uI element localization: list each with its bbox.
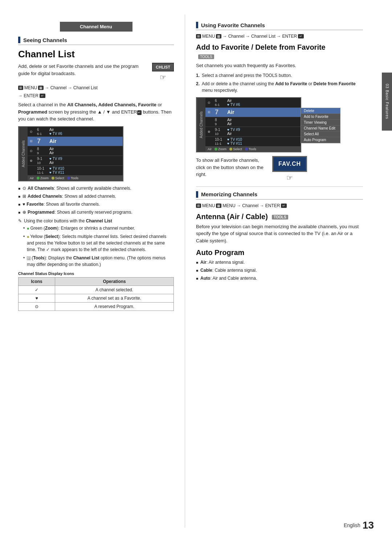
auto-program-list: Air: Air antenna signal. Cable: Cable an… (196, 259, 363, 282)
auto-item-3: Auto: Air and Cable antenna. (196, 275, 363, 282)
auto-item-1: Air: Air antenna signal. (196, 259, 363, 266)
fav-num-4: 9-110 (215, 128, 225, 136)
ch-sidebar: Added Channels (19, 127, 28, 181)
fav-screen-mockup: Added Channels ⊙ 66-1 Air♥ TV #6 ⊞ 7 Air (196, 97, 301, 152)
menu-icon: ⊞ (18, 86, 23, 90)
enter-icon: ↵ (40, 94, 45, 98)
fav-name-2: Air (227, 109, 298, 115)
divider-1 (196, 186, 363, 187)
antenna-tools-badge: TOOLS (272, 215, 288, 219)
menu-path-3: → ENTER ↵ (18, 93, 174, 98)
ch-icon-3: ⊙ (30, 149, 35, 153)
bullet-list: ⊙ All Channels: Shows all currently avai… (18, 185, 174, 215)
ctx-name-edit[interactable]: Channel Name Edit (301, 126, 340, 131)
steps-list: 1. Select a channel and press the TOOLS … (196, 72, 363, 94)
tools-badge: TOOLS (198, 54, 214, 59)
menu-path-text: MENU (24, 85, 37, 90)
step-text-1: Select a channel and press the TOOLS but… (202, 72, 292, 79)
fav-num-2: 7 (215, 108, 225, 116)
table-cell-icon-3: ⊙ (19, 302, 55, 311)
channel-list-title: Channel List (18, 49, 174, 60)
ch-row-4: ⊕ 9-110 ♥ TV #9Air (28, 156, 123, 166)
ctx-timer[interactable]: Timer Viewing (301, 120, 340, 126)
fav-note: To show all Favorite channels, click on … (196, 157, 269, 178)
step-2: 2. Add or delete a the channel using the… (196, 81, 363, 94)
fav-icon-1: ⊙ (208, 101, 213, 104)
ch-row-2: ⊞ 7 Air (28, 137, 123, 146)
fav-ch-footer: Air Zoom Select Tools (205, 147, 301, 152)
chlist-area: Add, delete or set Favorite channels and… (18, 63, 174, 82)
bullet-item-3: ♥ Favorite: Shows all favorite channels. (18, 201, 174, 208)
footer-air: Air (30, 176, 34, 180)
fav-num-5: 10-111-1 (215, 137, 225, 145)
menu-path-3-text: → ENTER (18, 93, 38, 98)
menu-path-2: → Channel → Channel List (45, 85, 97, 90)
note-item-2: ■ Yellow (Select): Selects multiple chan… (23, 233, 174, 253)
ch-name-1: Air♥ TV #6 (49, 128, 121, 136)
fav-menu-path: ⊞ MENU ▦ → Channel → Channel List → ENTE… (196, 34, 363, 39)
ch-num-2: 7 (37, 137, 47, 145)
memo-menu-path: ⊞ MENU ▦ MENU → Channel → ENTER ↵ (196, 203, 363, 208)
ch-num-4: 9-110 (37, 157, 47, 165)
ch-num-5: 10-111-1 (37, 167, 47, 174)
side-tab: 03 Basic Features (382, 73, 392, 131)
add-fav-intro: Set channels you watch frequently as Fav… (196, 62, 363, 69)
fav-ch-row-1: ⊙ 66-1 Air♥ TV #6 (205, 98, 301, 108)
seeing-channels-header: Seeing Channels (18, 37, 174, 45)
fav-footer-select: Select (229, 147, 242, 151)
left-column: Channel Menu Seeing Channels Channel Lis… (0, 15, 185, 527)
status-table-section: Channel Status Display Icons Icons Opera… (18, 271, 174, 311)
table-cell-op-2: A channel set as a Favorite. (55, 294, 174, 302)
fav-icon-4: ⊕ (208, 130, 213, 134)
channel-menu-label: Channel Menu (80, 24, 112, 29)
memo-menu-path-text: MENU → Channel → ENTER (222, 203, 280, 208)
select-text: Select a channel in the All Channels, Ad… (18, 101, 174, 123)
channel-screen-mockup: Added Channels ⊙ 66-1 Air♥ TV #6 ⊞ 7 Air (18, 126, 123, 181)
ctx-delete[interactable]: Delete (301, 108, 340, 114)
table-row-2: ♥ A channel set as a Favorite. (19, 294, 174, 302)
fav-num-1: 66-1 (215, 99, 225, 107)
favch-button[interactable]: FAV.CH (272, 156, 307, 172)
seeing-channels-title: Seeing Channels (23, 37, 67, 43)
ctx-auto-prog[interactable]: Auto Program (301, 137, 340, 143)
memo-menu-sym: ▦ (216, 204, 221, 208)
note-item-1: ■ Green (Zoom): Enlarges or shrinks a ch… (23, 225, 174, 231)
status-table-title: Channel Status Display Icons (18, 271, 174, 276)
ch-icon-4: ⊕ (30, 159, 35, 163)
fav-menu-sym: ▦ (216, 34, 221, 38)
antenna-title: Antenna (Air / Cable) TOOLS (196, 213, 363, 221)
ch-name-2: Air (49, 138, 121, 144)
tools-badge-row: TOOLS (196, 54, 363, 59)
footer-select: Select (52, 176, 64, 180)
menu-symbol: ▦ (38, 86, 44, 90)
table-header-operations: Operations (55, 277, 174, 286)
page-number: 13 (363, 520, 374, 531)
chlist-button[interactable]: CHLIST (152, 63, 174, 71)
fav-ch-row-4: ⊕ 9-110 ♥ TV #9Air (205, 127, 301, 137)
channel-menu-header: Channel Menu (60, 22, 132, 32)
ch-footer: Air Zoom Select Tools (28, 176, 123, 181)
menu-path: ⊞ MENU ▦ → Channel → Channel List (18, 85, 174, 90)
status-table: Icons Operations ✓ A channel selected. ♥… (18, 277, 174, 311)
table-header-icons: Icons (19, 277, 55, 286)
section-bar-right (196, 22, 198, 28)
table-cell-op-3: A reserved Program. (55, 302, 174, 311)
note-section: ✎ Using the color buttons with the Chann… (18, 218, 174, 268)
page-number-area: English 13 (344, 520, 374, 531)
add-fav-title-text: Add to Favorite / Delete from Favorite (196, 43, 326, 51)
table-cell-op-1: A channel selected. (55, 286, 174, 294)
ch-icon-2: ⊞ (30, 139, 35, 143)
ctx-add-fav[interactable]: Add to Favorite (301, 114, 340, 120)
fav-footer-zoom: Zoom (215, 147, 226, 151)
ch-num-3: 89 (37, 147, 47, 155)
table-row-3: ⊙ A reserved Program. (19, 302, 174, 311)
section-bar (18, 37, 20, 43)
auto-program-title: Auto Program (196, 249, 363, 257)
using-fav-header: Using Favorite Channels (196, 22, 363, 30)
fav-enter-icon: ↵ (298, 34, 304, 38)
fav-name-5: ♥ TV #10♥ TV #11 (227, 137, 298, 145)
intro-text: Add, delete or set Favorite channels and… (18, 63, 148, 77)
memo-menu-icon: ⊞ (196, 204, 201, 208)
hand-icon: ☞ (160, 73, 166, 82)
ctx-select-all[interactable]: Select All (301, 131, 340, 137)
